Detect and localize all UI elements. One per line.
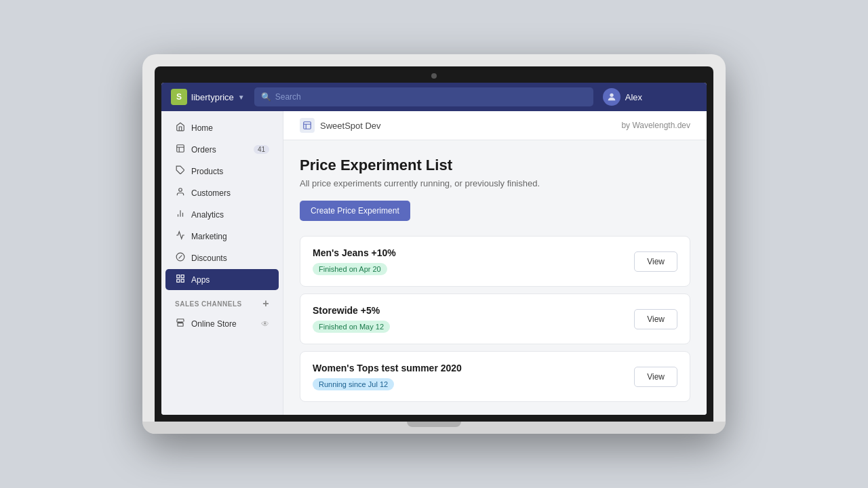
status-badge: Finished on May 12: [313, 321, 390, 333]
marketing-icon: [175, 230, 186, 242]
user-name: Alex: [625, 92, 642, 102]
top-nav: S libertyprice ▼ 🔍: [161, 83, 707, 111]
page-title: Price Experiment List: [300, 157, 690, 174]
sales-channels-section: SALES CHANNELS +: [165, 291, 279, 312]
sidebar-item-label: Products: [191, 167, 223, 176]
nav-brand[interactable]: S libertyprice ▼: [171, 89, 245, 105]
sidebar: Home Orders 41: [161, 111, 283, 415]
svg-rect-13: [177, 275, 180, 278]
sidebar-item-label: Online Store: [191, 319, 237, 329]
sidebar-item-online-store[interactable]: Online Store 👁: [165, 313, 279, 334]
brand-dropdown-arrow[interactable]: ▼: [238, 94, 245, 101]
experiment-title: Storewide +5%: [313, 305, 390, 316]
nav-user[interactable]: Alex: [603, 88, 642, 106]
experiment-title: Men's Jeans +10%: [313, 247, 396, 258]
page-subtitle: All price experiments currently running,…: [300, 178, 690, 188]
user-avatar-icon: [606, 92, 617, 102]
experiment-card: Women's Tops test summer 2020 Running si…: [300, 351, 690, 402]
svg-rect-15: [181, 279, 184, 282]
create-experiment-button[interactable]: Create Price Experiment: [300, 201, 410, 221]
sidebar-item-label: Discounts: [191, 253, 227, 263]
svg-point-0: [610, 94, 613, 97]
sidebar-item-label: Orders: [191, 145, 216, 155]
body-area: Home Orders 41: [161, 111, 707, 415]
app-name: SweetSpot Dev: [320, 121, 381, 131]
view-button[interactable]: View: [634, 309, 677, 329]
app-container: S libertyprice ▼ 🔍: [161, 83, 707, 415]
status-badge: Running since Jul 12: [313, 378, 394, 390]
sidebar-item-label: Apps: [191, 275, 210, 285]
sales-channels-label: SALES CHANNELS: [175, 300, 242, 308]
home-icon: [175, 122, 186, 134]
sidebar-item-label: Analytics: [191, 210, 224, 220]
laptop-screen: S libertyprice ▼ 🔍: [161, 83, 707, 415]
sidebar-item-label: Customers: [191, 188, 231, 198]
discounts-icon: [175, 252, 186, 264]
avatar: [603, 88, 620, 106]
sidebar-item-label: Marketing: [191, 232, 227, 241]
svg-rect-18: [304, 122, 311, 129]
view-button[interactable]: View: [634, 367, 677, 387]
orders-icon: [175, 144, 186, 155]
experiment-card: Men's Jeans +10% Finished on Apr 20 View: [300, 236, 690, 287]
svg-line-10: [179, 256, 182, 259]
svg-rect-17: [178, 323, 183, 327]
search-input[interactable]: [275, 92, 587, 102]
camera: [431, 73, 437, 79]
online-store-eye-icon: 👁: [261, 319, 269, 329]
apps-icon: [175, 274, 186, 285]
experiment-title: Women's Tops test summer 2020: [313, 363, 462, 373]
laptop-frame: S libertyprice ▼ 🔍: [142, 54, 726, 434]
sidebar-item-marketing[interactable]: Marketing: [165, 226, 279, 247]
svg-rect-14: [181, 275, 184, 278]
search-icon: 🔍: [261, 92, 271, 102]
sidebar-item-customers[interactable]: Customers: [165, 182, 279, 203]
experiment-info: Women's Tops test summer 2020 Running si…: [313, 363, 462, 390]
svg-point-5: [179, 188, 182, 192]
svg-rect-16: [177, 279, 180, 282]
laptop-notch: [407, 422, 461, 427]
screen-bezel: S libertyprice ▼ 🔍: [155, 66, 713, 422]
view-button[interactable]: View: [634, 251, 677, 272]
sidebar-item-discounts[interactable]: Discounts: [165, 247, 279, 268]
page-content: Price Experiment List All price experime…: [283, 140, 707, 415]
orders-badge: 41: [254, 145, 269, 154]
experiment-card: Storewide +5% Finished on May 12 View: [300, 293, 690, 344]
sidebar-item-apps[interactable]: Apps: [165, 269, 279, 290]
main-content: SweetSpot Dev by Wavelength.dev Price Ex…: [283, 111, 707, 415]
analytics-icon: [175, 209, 186, 220]
experiment-info: Storewide +5% Finished on May 12: [313, 305, 390, 333]
products-icon: [175, 165, 186, 177]
sidebar-item-orders[interactable]: Orders 41: [165, 139, 279, 160]
app-header-bar: SweetSpot Dev by Wavelength.dev: [283, 111, 707, 140]
customers-icon: [175, 187, 186, 199]
sidebar-item-label: Home: [191, 123, 213, 133]
app-by-label: by Wavelength.dev: [621, 121, 690, 130]
add-sales-channel-icon[interactable]: +: [262, 298, 269, 310]
sidebar-item-analytics[interactable]: Analytics: [165, 204, 279, 225]
svg-rect-1: [177, 145, 184, 152]
status-badge: Finished on Apr 20: [313, 263, 387, 275]
sidebar-item-home[interactable]: Home: [165, 117, 279, 138]
sidebar-item-products[interactable]: Products: [165, 161, 279, 182]
search-bar[interactable]: 🔍: [254, 87, 593, 106]
sweetspot-icon: [300, 118, 315, 133]
laptop-base: [142, 422, 726, 434]
brand-name: libertyprice: [191, 92, 234, 102]
app-header-left: SweetSpot Dev: [300, 118, 381, 133]
experiment-info: Men's Jeans +10% Finished on Apr 20: [313, 247, 396, 275]
shopify-icon: S: [171, 89, 187, 105]
online-store-icon: [175, 318, 186, 329]
